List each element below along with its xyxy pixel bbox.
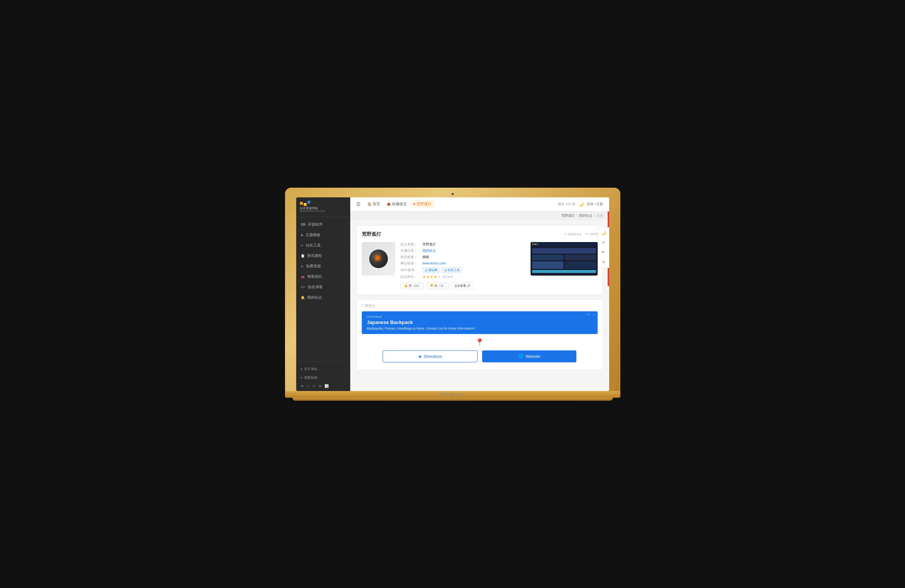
tags-value: 横幅 bbox=[422, 255, 429, 260]
breadcrumb-link-2[interactable]: 我的站点 bbox=[579, 213, 592, 218]
ad-corner-label: 广告 bbox=[585, 313, 590, 317]
menu-icon[interactable]: ☰ bbox=[356, 201, 360, 207]
rating-row: 站点评分： ★★★★★ 合+8/10 bbox=[400, 274, 526, 279]
moon-icon[interactable]: 🌙 bbox=[578, 201, 584, 207]
article-views: 👁 1073 bbox=[586, 232, 598, 236]
seo-label: SEO查询： bbox=[400, 268, 421, 273]
sidebar-item-kaiyuan[interactable]: ⌨ 开源程序 › bbox=[296, 219, 350, 230]
nav-diamond-text: 燕石 1°C 优 bbox=[558, 202, 575, 207]
page-body: 荒野孤灯 ⊙ 2023.4.5 👁 1073 bbox=[350, 220, 609, 391]
submit-item[interactable]: ♥ 我爱投稿 • bbox=[301, 374, 346, 382]
chevron-right-icon: › bbox=[345, 254, 346, 258]
login-button[interactable]: 登录 / 注册 bbox=[587, 202, 603, 207]
article-card: 荒野孤灯 ⊙ 2023.4.5 👁 1073 bbox=[356, 225, 603, 295]
sidebar-item-label: 站长工具 bbox=[306, 243, 321, 248]
seo-tag-aizhan[interactable]: 📊 爱站网 bbox=[422, 267, 439, 273]
sidebar-item-free[interactable]: ⊙ 免费资源 › bbox=[296, 261, 350, 271]
website-icon: 🌐 bbox=[518, 354, 524, 358]
nav-site[interactable]: ♥ 荒野孤灯 bbox=[411, 200, 434, 208]
github-icon[interactable]: ⊙ bbox=[313, 384, 316, 388]
website-button[interactable]: 🌐 Website bbox=[482, 350, 576, 362]
stars: ★★★★★ bbox=[422, 275, 441, 279]
sidebar-footer: ♥ 关于本站 • ♥ 我爱投稿 • ⚙ ⬡ bbox=[296, 361, 350, 391]
map-buttons: ◈ Directions 🌐 Website bbox=[383, 350, 576, 362]
laptop-brand: MacBook bbox=[441, 392, 464, 396]
scroll-up-tool[interactable]: ∧ bbox=[600, 258, 608, 266]
category-value[interactable]: 我的站点 bbox=[422, 248, 436, 253]
sidebar-menu: ⌨ 开源程序 › ◈ 主题模板 › ✂ bbox=[296, 217, 350, 361]
ad-section: 广而告之 广告 × CILOCALA Japanese Backpack Bac… bbox=[356, 300, 603, 370]
edit-tool[interactable]: ✏ bbox=[600, 248, 608, 257]
vote-up-button[interactable]: 👍 赞（19） bbox=[400, 282, 424, 289]
nav-collect[interactable]: 📥 收藏提交 bbox=[384, 200, 410, 208]
ad-label: 广而告之 bbox=[362, 303, 598, 308]
site-actions: 👍 赞（19） 👎 踩（3） 点击查看 🔗 bbox=[400, 282, 526, 289]
code-icon: ⌨ bbox=[301, 223, 305, 227]
nav-right: 燕石 1°C 优 🌙 登录 / 注册 bbox=[558, 201, 603, 207]
sidebar: 站长资源导航 WWW.80SRZ.COM.LINK ⌨ 开源程序 › ◈ bbox=[296, 197, 350, 391]
directions-icon: ◈ bbox=[418, 354, 422, 359]
card-header: 荒野孤灯 ⊙ 2023.4.5 👁 1073 bbox=[362, 231, 598, 238]
sidebar-logo: 站长资源导航 WWW.80SRZ.COM.LINK bbox=[296, 197, 350, 217]
map-pin-icon: 📍 bbox=[475, 338, 484, 347]
expand-tool[interactable]: ⤢ bbox=[600, 239, 608, 247]
article-title: 荒野孤灯 bbox=[362, 231, 381, 238]
ad-brand: CILOCALA bbox=[367, 315, 592, 319]
preview-content bbox=[530, 247, 598, 274]
heart-icon: ♥ bbox=[414, 202, 416, 206]
directions-label: Directions bbox=[424, 354, 442, 358]
ad-title[interactable]: Japanese Backpack bbox=[367, 320, 592, 325]
directions-button[interactable]: ◈ Directions bbox=[383, 350, 478, 362]
org-icon: 🚗 bbox=[301, 275, 305, 279]
chevron-right-icon: › bbox=[345, 233, 346, 237]
preview-block-4 bbox=[564, 262, 596, 269]
dark-mode-tool[interactable]: 🌙 bbox=[600, 229, 608, 237]
breadcrumb-sep-1: › bbox=[576, 214, 578, 217]
sidebar-item-label: 博客组织 bbox=[307, 274, 322, 279]
visit-button[interactable]: 点击查看 🔗 bbox=[451, 282, 474, 289]
sidebar-item-blog-org[interactable]: 🚗 博客组织 bbox=[296, 271, 350, 282]
sidebar-item-famous[interactable]: </> 知名博客 › bbox=[296, 282, 350, 292]
ad-close-button[interactable]: × bbox=[594, 313, 595, 316]
sidebar-item-mysite[interactable]: 🔔 我的站点 bbox=[296, 292, 350, 303]
nav-home-label: 首页 bbox=[373, 201, 380, 207]
grid-icon[interactable]: ⬡ bbox=[306, 384, 310, 388]
vote-up-label: 赞（19） bbox=[409, 284, 421, 288]
breadcrumb: 荒野孤灯 › 我的站点 › 首页 bbox=[350, 211, 609, 220]
laptop-foot bbox=[292, 398, 613, 401]
thumbs-down-icon: 👎 bbox=[430, 284, 433, 287]
right-tools: 🌙 ⤢ ✏ ∧ bbox=[598, 227, 609, 268]
url-value[interactable]: www.80srz.com bbox=[422, 262, 446, 265]
thumbs-up-icon: 👍 bbox=[404, 284, 408, 287]
card-meta: ⊙ 2023.4.5 👁 1073 bbox=[564, 232, 597, 236]
about-item[interactable]: ♥ 关于本站 • bbox=[301, 365, 346, 374]
tags-label: 相关标签： bbox=[400, 255, 421, 260]
breadcrumb-current: 首页 bbox=[597, 213, 603, 218]
news-icon: 📋 bbox=[301, 254, 305, 258]
nav-collect-label: 收藏提交 bbox=[392, 201, 407, 207]
url-label: 网址链接： bbox=[400, 261, 421, 266]
seo-tag-tools[interactable]: 📊 站长工具 bbox=[442, 267, 462, 273]
sidebar-item-news[interactable]: 📋 资讯课程 › bbox=[296, 250, 350, 261]
sidebar-item-theme[interactable]: ◈ 主题模板 › bbox=[296, 230, 350, 240]
breadcrumb-link-1[interactable]: 荒野孤灯 bbox=[562, 213, 575, 218]
settings-icon[interactable]: ⚙ bbox=[301, 384, 304, 388]
nav-home[interactable]: 🏠 首页 bbox=[364, 200, 383, 208]
ad-description: Backpacks, Purses, Handbags & More. Cont… bbox=[367, 326, 592, 330]
tags-row: 相关标签： 横幅 bbox=[400, 255, 526, 260]
mail-icon[interactable]: ✉ bbox=[319, 384, 322, 388]
sidebar-item-tools[interactable]: ✂ 站长工具 › bbox=[296, 240, 350, 250]
sidebar-item-label: 资讯课程 bbox=[307, 253, 322, 258]
visit-label: 点击查看 🔗 bbox=[454, 284, 471, 288]
card-body: 站点名称： 荒野孤灯 所属分类： 我的站点 相关标签： 横幅 bbox=[362, 242, 598, 289]
url-row: 网址链接： www.80srz.com bbox=[400, 261, 526, 266]
vote-down-button[interactable]: 👎 踩（3） bbox=[426, 282, 448, 289]
bell-icon: 🔔 bbox=[301, 296, 305, 300]
logo-title: 站长资源导航 bbox=[300, 207, 346, 211]
main-wrapper: ☰ 🏠 首页 📥 收藏提交 ♥ 荒野孤灯 bbox=[350, 197, 609, 391]
sidebar-item-label: 知名博客 bbox=[308, 285, 323, 290]
site-preview bbox=[530, 242, 598, 276]
chart-icon[interactable]: 📊 bbox=[324, 384, 329, 388]
chevron-right-icon: › bbox=[345, 223, 346, 227]
article-date: ⊙ 2023.4.5 bbox=[564, 232, 581, 236]
